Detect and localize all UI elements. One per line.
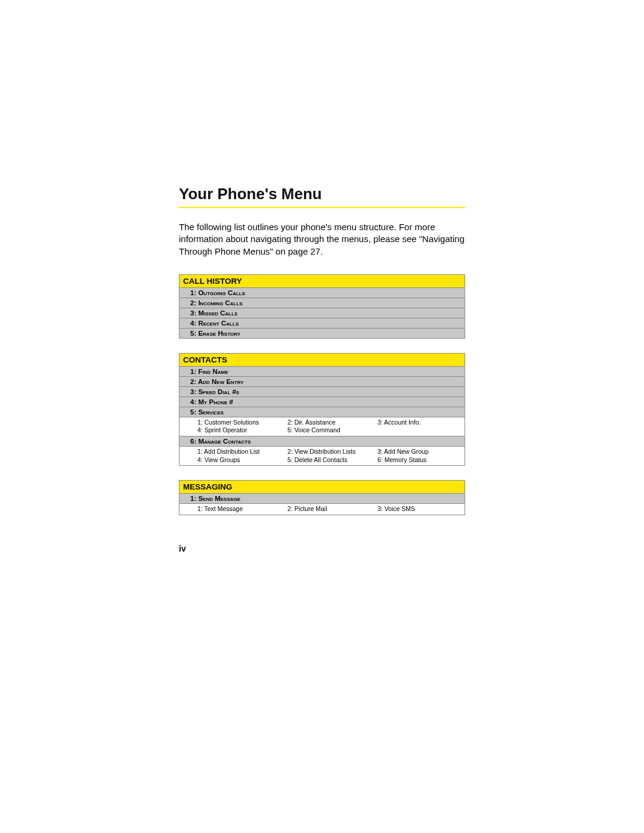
menu-item: 1: Send Message	[179, 494, 465, 504]
document-page: Your Phone's Menu The following list out…	[0, 0, 644, 601]
submenu-item: 2: Picture Mail	[287, 505, 375, 513]
menu-item: 5: Erase History	[179, 329, 465, 339]
menu-item: 6: Manage Contacts	[179, 436, 465, 447]
section-header: Messaging	[179, 480, 465, 494]
submenu-item: 4: Sprint Operator	[197, 426, 285, 435]
submenu-item: 5: Delete All Contacts	[287, 456, 375, 465]
submenu-item: 1: Add Distribution List	[197, 448, 285, 456]
section-messaging: Messaging 1: Send Message 1: Text Messag…	[179, 480, 465, 515]
submenu-item	[377, 426, 461, 435]
menu-item: 4: Recent Calls	[179, 318, 465, 329]
menu-item: 3: Missed Calls	[179, 308, 465, 318]
menu-item: 5: Services	[179, 407, 465, 417]
title-underline	[179, 207, 465, 208]
submenu-item: 3: Account Info.	[377, 419, 461, 427]
intro-paragraph: The following list outlines your phone's…	[179, 221, 465, 258]
section-header: Call History	[179, 274, 465, 288]
section-contacts: Contacts 1: Find Name 2: Add New Entry 3…	[179, 353, 465, 466]
submenu-row: 1: Add Distribution List 2: View Distrib…	[179, 447, 465, 466]
menu-item: 3: Speed Dial #s	[179, 387, 465, 397]
page-number: iv	[179, 544, 465, 553]
menu-item: 2: Incoming Calls	[179, 298, 465, 308]
menu-item: 4: My Phone #	[179, 397, 465, 407]
submenu-item: 3: Add New Group	[377, 448, 461, 456]
submenu-item: 2: View Distribution Lists	[287, 448, 375, 456]
submenu-item: 1: Text Message	[197, 505, 285, 513]
menu-item: 1: Outgoing Calls	[179, 288, 465, 298]
submenu-item: 6: Memory Status	[377, 456, 461, 465]
menu-item: 2: Add New Entry	[179, 377, 465, 387]
submenu-row: 1: Text Message 2: Picture Mail 3: Voice…	[179, 504, 465, 515]
submenu-item: 1: Customer Solutions	[197, 419, 285, 427]
submenu-item: 3: Voice SMS	[377, 505, 461, 513]
submenu-item: 5: Voice Command	[287, 426, 375, 435]
section-call-history: Call History 1: Outgoing Calls 2: Incomi…	[179, 274, 465, 339]
submenu-item: 4: View Groups	[197, 456, 285, 465]
page-title: Your Phone's Menu	[179, 185, 465, 203]
menu-item: 1: Find Name	[179, 367, 465, 377]
submenu-item: 2: Dir. Assistance	[287, 419, 375, 427]
section-header: Contacts	[179, 353, 465, 367]
submenu-row: 1: Customer Solutions 2: Dir. Assistance…	[179, 417, 465, 436]
